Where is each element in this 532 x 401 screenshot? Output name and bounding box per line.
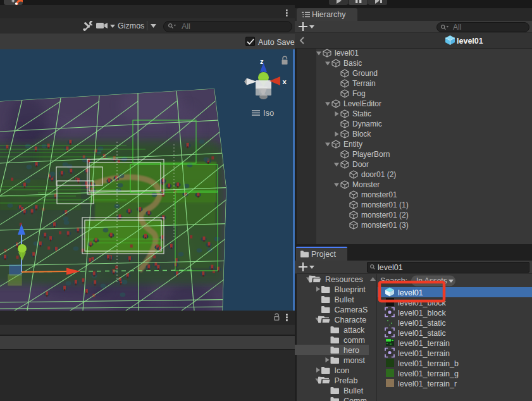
- svg-text:Prefab: Prefab: [335, 376, 358, 385]
- svg-text:monster01 (3): monster01 (3): [361, 221, 409, 230]
- svg-text:Icon: Icon: [335, 366, 350, 375]
- svg-text:Comm: Comm: [343, 397, 367, 401]
- svg-text:hero: hero: [343, 346, 359, 355]
- svg-text:Ground: Ground: [352, 69, 378, 78]
- svg-text:Door: Door: [352, 160, 369, 169]
- svg-text:level01_terrain_g: level01_terrain_g: [398, 369, 459, 378]
- svg-text:Characte: Characte: [335, 316, 367, 324]
- svg-text:Bullet: Bullet: [335, 295, 355, 304]
- svg-text:Basic: Basic: [343, 59, 362, 68]
- svg-text:Block: Block: [352, 130, 371, 139]
- svg-text:Fog: Fog: [352, 89, 366, 98]
- svg-text:x: x: [283, 78, 287, 85]
- svg-text:Blueprint: Blueprint: [335, 285, 366, 294]
- svg-text:level01_static: level01_static: [398, 319, 446, 328]
- svg-text:CameraS: CameraS: [335, 305, 368, 314]
- svg-text:LevelEditor: LevelEditor: [343, 99, 381, 108]
- svg-text:monster01 (2): monster01 (2): [361, 211, 409, 219]
- svg-text:Terrain: Terrain: [352, 79, 376, 88]
- svg-text:level01_terrain_b: level01_terrain_b: [398, 359, 459, 368]
- svg-text:level01_terrain: level01_terrain: [398, 339, 450, 348]
- svg-text:Bullet: Bullet: [343, 386, 364, 395]
- svg-text:level01_block: level01_block: [398, 309, 446, 318]
- svg-text:Resources: Resources: [325, 275, 363, 284]
- svg-text:monst: monst: [343, 356, 366, 365]
- svg-text:Monster: Monster: [352, 180, 380, 189]
- svg-text:Static: Static: [352, 109, 371, 118]
- svg-text:Dynamic: Dynamic: [352, 120, 382, 128]
- svg-text:level01: level01: [398, 288, 423, 297]
- svg-text:level01_terrain: level01_terrain: [398, 349, 450, 358]
- svg-text:level01: level01: [335, 49, 359, 58]
- svg-text:monster01: monster01: [361, 190, 397, 199]
- svg-text:level01_terrain_r: level01_terrain_r: [398, 379, 457, 388]
- svg-text:monster01 (1): monster01 (1): [361, 200, 409, 209]
- svg-text:level01_static: level01_static: [398, 329, 446, 338]
- svg-text:comm: comm: [343, 336, 365, 345]
- svg-text:door01 (2): door01 (2): [361, 170, 396, 179]
- svg-text:PlayerBorn: PlayerBorn: [352, 150, 390, 159]
- svg-text:attack: attack: [343, 326, 365, 335]
- svg-text:level01_block: level01_block: [398, 299, 446, 307]
- svg-text:Entity: Entity: [343, 140, 362, 149]
